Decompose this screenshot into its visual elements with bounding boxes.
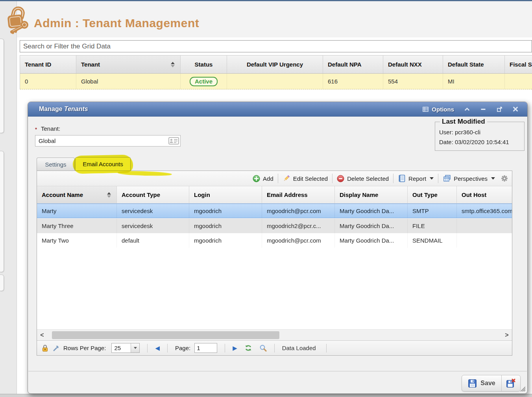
pagination-bar: Rows Per Page: 25 ◀ Page: ▶: [37, 340, 512, 355]
previous-page-button[interactable]: ◀: [155, 345, 160, 352]
collapsed-panel-tab[interactable]: [0, 275, 4, 291]
scroll-left-arrow[interactable]: <: [39, 331, 46, 339]
cell-default-vip-urgency: [227, 74, 323, 89]
wrench-icon: [52, 345, 59, 352]
cell-default-nxx: 554: [383, 74, 443, 89]
dialog-titlebar[interactable]: Manage Tenants Options: [28, 102, 527, 117]
tab-email-accounts[interactable]: Email Accounts: [75, 157, 131, 171]
column-header-display-name[interactable]: Display Name: [335, 186, 408, 203]
save-and-close-button[interactable]: [502, 375, 520, 391]
page-bottom-strip: [0, 394, 532, 397]
lock-button[interactable]: [42, 345, 48, 352]
account-row-marty-three[interactable]: Marty Three servicedesk mgoodrich mgoodr…: [37, 219, 512, 233]
save-button[interactable]: Save: [462, 375, 501, 391]
tools-button[interactable]: [52, 345, 59, 352]
footer-buttons: Save: [462, 375, 521, 391]
scroll-right-arrow[interactable]: >: [503, 331, 510, 339]
page-number-input[interactable]: [194, 343, 217, 353]
tenant-field[interactable]: Global: [35, 135, 181, 147]
cell-email-address: mgoodrich@pcr.com: [262, 204, 335, 218]
scrollbar-thumb[interactable]: [52, 331, 279, 339]
magnifier-icon: [259, 344, 267, 352]
cell-out-type: FILE: [408, 219, 457, 233]
perspectives-button[interactable]: Perspectives: [443, 174, 495, 182]
column-header-default-state[interactable]: Default State: [443, 56, 505, 73]
cell-email-address: mgoodrich@pcr.com: [262, 233, 335, 248]
column-header-login[interactable]: Login: [189, 186, 262, 203]
column-header-account-name[interactable]: Account Name: [37, 186, 117, 203]
caret-down-icon: [430, 177, 434, 180]
column-header-out-type[interactable]: Out Type: [408, 186, 457, 203]
footer-divider: [28, 371, 527, 371]
column-header-default-vip-urgency[interactable]: Default VIP Urgency: [227, 56, 323, 73]
grid-settings-button[interactable]: [501, 175, 508, 182]
report-button[interactable]: Report: [398, 174, 434, 182]
tenant-picker-button[interactable]: [167, 135, 180, 146]
column-header-tenant[interactable]: Tenant: [76, 56, 181, 73]
cell-login: mgoodrich: [189, 233, 262, 248]
cell-out-host: [457, 233, 512, 248]
column-header-fiscal[interactable]: Fiscal S: [505, 56, 532, 73]
horizontal-scrollbar[interactable]: < >: [37, 329, 512, 340]
cell-account-name: Marty Two: [37, 233, 117, 248]
column-header-email-address[interactable]: Email Address: [262, 186, 335, 203]
report-notebook-icon: [398, 174, 406, 182]
cell-tenant: Global: [76, 74, 181, 89]
delete-minus-icon: [337, 175, 344, 182]
column-header-status[interactable]: Status: [181, 56, 227, 73]
cell-default-npa: 616: [323, 74, 383, 89]
column-header-out-host[interactable]: Out Host: [457, 186, 512, 203]
screen: Admin : Tenant Management Tenant ID Tena…: [0, 0, 532, 397]
collapsed-panel-tab[interactable]: [0, 39, 4, 133]
cell-tenant-id: 0: [20, 74, 76, 89]
last-modified-user: User: pcr360-cli: [439, 127, 524, 137]
resize-grip[interactable]: [518, 384, 525, 391]
padlock-key-logo-icon: [5, 3, 31, 35]
rows-per-page-value: 25: [112, 343, 131, 352]
tab-settings[interactable]: Settings: [37, 158, 75, 171]
collapsed-panel-tab[interactable]: [0, 151, 4, 272]
cell-display-name: Marty Goodrich Da...: [335, 204, 408, 218]
cell-account-name: Marty Three: [37, 219, 117, 233]
email-accounts-panel: Add Edit Selected Delete Selected Report: [37, 171, 512, 356]
next-page-button[interactable]: ▶: [233, 345, 237, 352]
minimize-button[interactable]: [480, 106, 486, 112]
collapse-button[interactable]: [464, 106, 470, 112]
lock-icon: [42, 345, 48, 352]
edit-selected-button[interactable]: Edit Selected: [283, 174, 328, 182]
rows-per-page-select[interactable]: 25: [111, 343, 140, 353]
cell-display-name: Marty Goodrich Da...: [335, 219, 408, 233]
cell-account-type: default: [117, 233, 189, 248]
cell-account-name: Marty: [37, 204, 117, 218]
popout-button[interactable]: [496, 106, 502, 112]
delete-selected-button[interactable]: Delete Selected: [337, 175, 389, 182]
add-button[interactable]: Add: [253, 175, 273, 182]
refresh-icon: [244, 344, 252, 352]
options-button[interactable]: Options: [423, 106, 454, 113]
cell-display-name: Marty Goodrich Da...: [335, 233, 408, 248]
cell-out-host: smtp.office365.com: [457, 204, 512, 218]
column-header-default-npa[interactable]: Default NPA: [323, 56, 383, 73]
cell-email-address: mgoodrich2@pcr.c...: [262, 219, 335, 233]
minus-icon: [480, 106, 486, 112]
column-header-default-nxx[interactable]: Default NXX: [383, 56, 443, 73]
close-icon: [513, 106, 518, 112]
cell-login: mgoodrich: [189, 219, 262, 233]
refresh-button[interactable]: [244, 344, 252, 352]
sort-arrows-icon: [171, 62, 175, 67]
required-marker: *: [35, 126, 37, 132]
account-row-marty[interactable]: Marty servicedesk mgoodrich mgoodrich@pc…: [37, 204, 512, 218]
chevron-down-icon[interactable]: [131, 343, 139, 352]
close-button[interactable]: [512, 106, 519, 112]
column-header-tenant-id[interactable]: Tenant ID: [20, 56, 76, 73]
tenant-grid-header: Tenant ID Tenant Status Default VIP Urge…: [20, 55, 532, 74]
tenant-field-value: Global: [35, 137, 167, 144]
save-floppy-icon: [468, 379, 477, 388]
popout-icon: [497, 106, 502, 112]
grid-search-input[interactable]: [20, 40, 532, 52]
search-grid-button[interactable]: [259, 344, 267, 352]
tenant-row-global[interactable]: 0 Global Active 616 554 MI: [20, 74, 532, 89]
pencil-icon: [283, 174, 290, 182]
column-header-account-type[interactable]: Account Type: [117, 186, 189, 203]
account-row-marty-two[interactable]: Marty Two default mgoodrich mgoodrich@pc…: [37, 233, 512, 248]
